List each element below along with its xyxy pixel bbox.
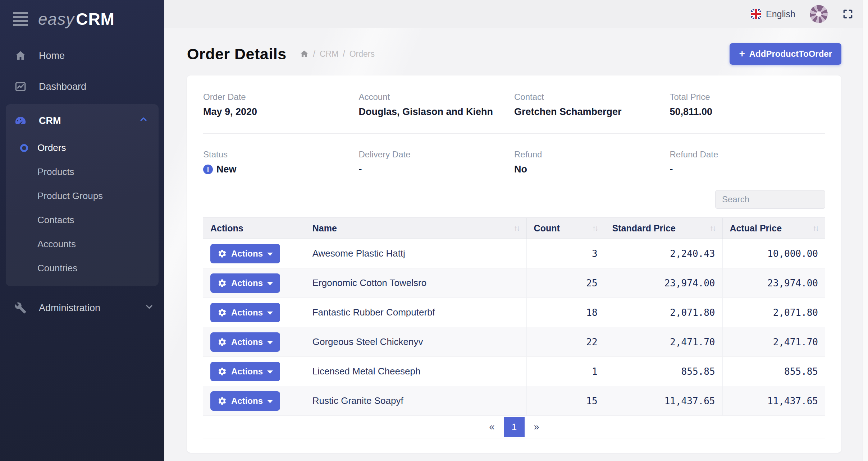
row-actions-button[interactable]: Actions <box>210 244 280 263</box>
actions-button-label: Actions <box>231 337 263 347</box>
name-cell: Rustic Granite Soapyf <box>305 386 527 415</box>
field-label: Refund <box>514 149 670 160</box>
standard-price-cell: 2,240.43 <box>605 239 723 268</box>
product-name: Licensed Metal Cheeseph <box>312 366 421 377</box>
gear-icon <box>218 308 227 317</box>
count-cell: 22 <box>527 327 605 356</box>
pagination-next-button[interactable]: » <box>525 421 549 433</box>
gauge-icon <box>13 114 28 127</box>
field-value: i New <box>203 164 359 175</box>
table-body: Actions Awesome Plastic Hattj 3 2,240.43… <box>203 239 825 416</box>
sidebar: easyCRM Home Dashboard CRM <box>0 0 164 461</box>
pagination: « 1 » <box>203 416 825 438</box>
row-actions-button[interactable]: Actions <box>210 391 280 411</box>
add-product-to-order-button[interactable]: + AddProductToOrder <box>730 43 841 65</box>
table-row: Actions Gorgeous Steel Chickenyv 22 2,47… <box>203 327 825 357</box>
home-icon[interactable] <box>300 49 309 59</box>
sidebar-item-label: Products <box>37 166 74 178</box>
field-label: Total Price <box>670 92 826 102</box>
pagination-prev-button[interactable]: « <box>480 421 504 433</box>
product-name: Awesome Plastic Hattj <box>312 248 405 259</box>
chevron-down-icon <box>144 302 154 314</box>
standard-price-cell: 11,437.65 <box>605 386 723 415</box>
sidebar-item-contacts[interactable]: Contacts <box>6 208 159 232</box>
column-label: Actual Price <box>730 223 782 234</box>
sidebar-item-countries[interactable]: Countries <box>6 256 159 280</box>
column-header-standard-price[interactable]: Standard Price ↑↓ <box>605 218 723 239</box>
column-label: Standard Price <box>612 223 676 234</box>
sidebar-item-home[interactable]: Home <box>0 40 164 71</box>
caret-down-icon <box>267 400 273 403</box>
field-status: Status i New <box>203 149 359 175</box>
plus-icon: + <box>739 50 745 58</box>
sidebar-item-orders[interactable]: Orders <box>6 136 159 160</box>
pagination-page-1-button[interactable]: 1 <box>504 417 525 437</box>
actual-price-cell: 23,974.00 <box>723 268 825 298</box>
field-label: Refund Date <box>670 149 826 160</box>
fullscreen-icon[interactable] <box>842 8 854 20</box>
sort-icon: ↑↓ <box>592 224 598 232</box>
actual-price-cell: 11,437.65 <box>723 386 825 415</box>
avatar[interactable] <box>810 5 828 23</box>
actions-button-label: Actions <box>231 278 263 288</box>
sidebar-item-label: Dashboard <box>39 81 86 92</box>
sidebar-item-dashboard[interactable]: Dashboard <box>0 71 164 102</box>
sidebar-item-label: Countries <box>37 263 77 274</box>
sidebar-item-products[interactable]: Products <box>6 160 159 184</box>
sidebar-item-label: Product Groups <box>37 190 103 202</box>
sidebar-item-label: Home <box>39 50 65 61</box>
standard-price-cell: 23,974.00 <box>605 268 723 298</box>
home-icon <box>13 50 28 62</box>
product-name: Fantastic Rubber Computerbf <box>312 307 435 318</box>
actual-price-cell: 10,000.00 <box>723 239 825 268</box>
uk-flag-icon <box>751 9 761 19</box>
count-value: 15 <box>586 396 597 406</box>
name-cell: Fantastic Rubber Computerbf <box>305 298 527 327</box>
row-actions-button[interactable]: Actions <box>210 303 280 322</box>
search-input[interactable] <box>715 190 825 209</box>
wrench-icon <box>13 302 28 314</box>
sidebar-item-accounts[interactable]: Accounts <box>6 232 159 256</box>
row-actions-button[interactable]: Actions <box>210 362 280 381</box>
standard-price-value: 11,437.65 <box>664 396 715 406</box>
actual-price-value: 2,471.70 <box>773 337 818 347</box>
field-refund: Refund No <box>514 149 670 175</box>
logo[interactable]: easyCRM <box>0 0 164 27</box>
actions-button-label: Actions <box>231 249 263 259</box>
order-fields-row-1: Order Date May 9, 2020 Account Douglas, … <box>203 92 825 134</box>
column-header-name[interactable]: Name ↑↓ <box>305 218 527 239</box>
count-cell: 3 <box>527 239 605 268</box>
breadcrumb-crm[interactable]: CRM <box>320 49 338 59</box>
field-value: - <box>670 164 826 175</box>
sidebar-item-label: Orders <box>37 142 66 153</box>
sidebar-item-administration[interactable]: Administration <box>0 292 164 323</box>
sidebar-item-crm[interactable]: CRM <box>6 106 159 136</box>
sidebar-item-label: CRM <box>39 115 61 126</box>
sidebar-item-product-groups[interactable]: Product Groups <box>6 184 159 208</box>
column-header-actual-price[interactable]: Actual Price ↑↓ <box>723 218 825 239</box>
chevron-up-icon <box>138 115 149 127</box>
standard-price-value: 2,071.80 <box>670 307 715 318</box>
field-contact: Contact Gretchen Schamberger <box>514 92 670 117</box>
sidebar-item-label: Accounts <box>37 239 76 250</box>
gear-icon <box>218 396 227 406</box>
field-total-price: Total Price 50,811.00 <box>670 92 826 117</box>
language-selector[interactable]: English <box>751 9 795 19</box>
hamburger-menu-icon[interactable] <box>13 12 28 26</box>
count-value: 3 <box>592 248 598 259</box>
add-button-label: AddProductToOrder <box>749 49 832 59</box>
order-details-card: Order Date May 9, 2020 Account Douglas, … <box>187 75 841 453</box>
column-label: Actions <box>210 223 243 234</box>
column-header-count[interactable]: Count ↑↓ <box>527 218 605 239</box>
scrollbar[interactable] <box>863 0 868 461</box>
row-actions-button[interactable]: Actions <box>210 332 280 352</box>
row-actions-button[interactable]: Actions <box>210 273 280 293</box>
field-value: Douglas, Gislason and Kiehn <box>359 106 515 117</box>
actual-price-value: 10,000.00 <box>767 248 818 259</box>
actions-button-label: Actions <box>231 396 263 406</box>
breadcrumb-separator: / <box>343 49 345 59</box>
actual-price-value: 23,974.00 <box>767 278 818 289</box>
field-delivery-date: Delivery Date - <box>359 149 515 175</box>
actual-price-value: 855.85 <box>784 366 818 377</box>
gear-icon <box>218 367 227 376</box>
